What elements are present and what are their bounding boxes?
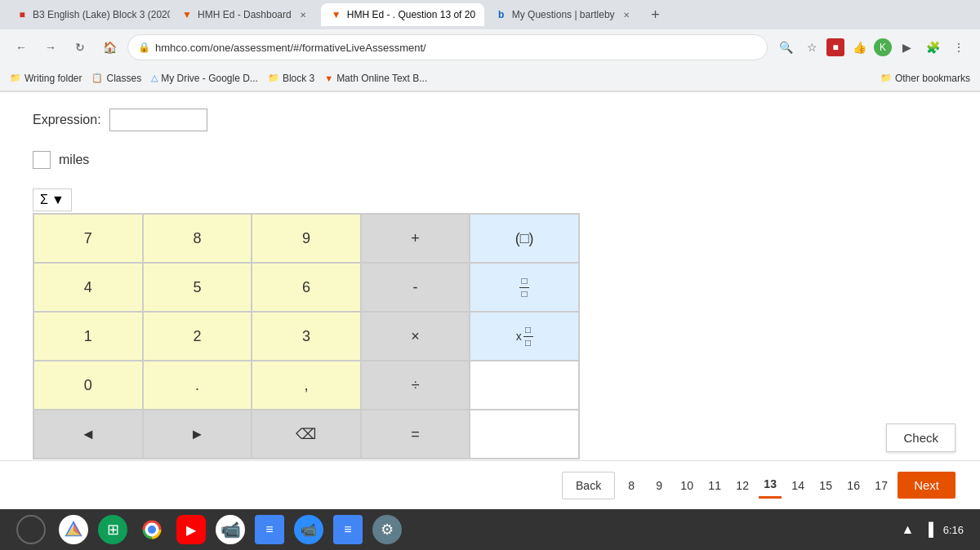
taskbar-chrome[interactable]: [137, 515, 167, 544]
wifi-icon: ▲: [902, 522, 915, 537]
miles-row: miles: [33, 151, 947, 169]
star-icon[interactable]: ☆: [800, 36, 823, 59]
taskbar-settings[interactable]: ⚙: [372, 515, 402, 544]
math-icon: ▼: [324, 73, 333, 83]
key-1[interactable]: 1: [33, 312, 143, 361]
key-backspace[interactable]: ⌫: [252, 410, 361, 459]
settings-icon: ⚙: [381, 521, 394, 539]
tab-4[interactable]: b My Questions | bartleby ✕: [486, 3, 643, 26]
page-14[interactable]: 14: [786, 472, 809, 499]
tab-2[interactable]: ▼ HMH Ed - Dashboard ✕: [172, 3, 319, 26]
extension-icon-play[interactable]: ▶: [895, 36, 918, 59]
key-6[interactable]: 6: [252, 263, 361, 312]
key-minus[interactable]: -: [361, 263, 470, 312]
key-fraction[interactable]: □ □: [470, 263, 579, 312]
back-button[interactable]: Back: [562, 472, 615, 499]
extensions-icon[interactable]: 🧩: [921, 36, 944, 59]
key-3[interactable]: 3: [252, 312, 361, 361]
key-5[interactable]: 5: [143, 263, 252, 312]
key-equals[interactable]: =: [361, 410, 470, 459]
expression-input[interactable]: [109, 109, 207, 131]
sigma-dropdown[interactable]: Σ ▼: [33, 189, 72, 211]
page-13[interactable]: 13: [759, 472, 782, 499]
taskbar-docs-blue[interactable]: ≡: [255, 515, 284, 544]
menu-icon[interactable]: ⋮: [947, 36, 970, 59]
meet-icon: 📹: [220, 520, 241, 539]
other-icon: 📁: [880, 73, 892, 83]
block3-icon: 📁: [268, 73, 279, 83]
bookmark-other-label: Other bookmarks: [895, 73, 970, 84]
taskbar-docs2[interactable]: ≡: [333, 515, 363, 544]
key-decimal[interactable]: .: [143, 361, 252, 410]
key-empty-2: [470, 410, 579, 459]
key-7[interactable]: 7: [33, 214, 143, 263]
extension-icon-k[interactable]: K: [874, 38, 892, 56]
extension-icon-red[interactable]: ■: [826, 38, 844, 56]
tab-4-close[interactable]: ✕: [620, 8, 633, 21]
key-left-arrow[interactable]: ◄: [33, 410, 143, 459]
key-4[interactable]: 4: [33, 263, 143, 312]
key-mixed-number[interactable]: x □ □: [470, 312, 579, 361]
key-0[interactable]: 0: [33, 361, 143, 410]
bookmark-writing-folder[interactable]: 📁 Writing folder: [10, 73, 82, 84]
back-nav-button[interactable]: ←: [10, 36, 33, 59]
page-11[interactable]: 11: [703, 472, 726, 499]
key-parens[interactable]: (□): [470, 214, 579, 263]
key-comma[interactable]: ,: [252, 361, 361, 410]
keypad-header: Σ ▼: [33, 189, 580, 211]
key-multiply[interactable]: ×: [361, 312, 470, 361]
taskbar-meet[interactable]: 📹: [216, 515, 245, 544]
key-divide[interactable]: ÷: [361, 361, 470, 410]
folder-icon: 📁: [10, 73, 21, 83]
browser-chrome: ■ B3 English (Lake) Block 3 (2020- ✕ ▼ H…: [0, 0, 980, 92]
reload-button[interactable]: ↻: [69, 36, 91, 59]
miles-checkbox[interactable]: [33, 151, 51, 169]
extension-icon-thumb[interactable]: 👍: [848, 36, 871, 59]
chrome-os-button[interactable]: [16, 515, 46, 544]
taskbar-sheets[interactable]: ⊞: [98, 515, 127, 544]
bookmarks-bar: 📁 Writing folder 📋 Classes △ My Drive - …: [0, 65, 980, 91]
tab-4-label: My Questions | bartleby: [512, 9, 615, 20]
address-bar[interactable]: 🔒 hmhco.com/one/assessment/#/formativeLi…: [127, 34, 768, 60]
key-9[interactable]: 9: [252, 214, 361, 263]
search-icon[interactable]: 🔍: [774, 36, 797, 59]
check-button[interactable]: Check: [886, 424, 956, 452]
next-button[interactable]: Next: [898, 472, 956, 499]
nav-actions: 🔍 ☆ ■ 👍 K ▶ 🧩 ⋮: [774, 36, 970, 59]
page-17[interactable]: 17: [870, 472, 893, 499]
tab-3[interactable]: ▼ HMH Ed - . Question 13 of 20 ✕: [321, 3, 484, 26]
tab-bar: ■ B3 English (Lake) Block 3 (2020- ✕ ▼ H…: [0, 0, 980, 29]
taskbar-youtube[interactable]: ▶: [176, 515, 206, 544]
tab-1[interactable]: ■ B3 English (Lake) Block 3 (2020- ✕: [7, 3, 170, 26]
forward-nav-button[interactable]: →: [39, 36, 62, 59]
key-right-arrow[interactable]: ►: [143, 410, 252, 459]
page-8[interactable]: 8: [620, 472, 643, 499]
taskbar-apps: ⊞ ▶ 📹 ≡ 📹: [59, 515, 402, 544]
bookmark-classes[interactable]: 📋 Classes: [91, 73, 141, 84]
home-button[interactable]: 🏠: [98, 36, 121, 59]
page-15[interactable]: 15: [814, 472, 837, 499]
bookmark-other[interactable]: 📁 Other bookmarks: [880, 73, 970, 84]
page-16[interactable]: 16: [842, 472, 865, 499]
nav-bar: ← → ↻ 🏠 🔒 hmhco.com/one/assessment/#/for…: [0, 29, 980, 65]
bookmark-math[interactable]: ▼ Math Online Text B...: [324, 73, 427, 84]
page-12[interactable]: 12: [731, 472, 754, 499]
bookmark-block3[interactable]: 📁 Block 3: [268, 73, 314, 84]
bookmark-drive[interactable]: △ My Drive - Google D...: [151, 73, 258, 84]
tab-2-close[interactable]: ✕: [296, 8, 310, 21]
key-plus[interactable]: +: [361, 214, 470, 263]
new-tab-button[interactable]: +: [644, 3, 667, 26]
bookmark-writing-label: Writing folder: [24, 73, 82, 84]
key-8[interactable]: 8: [143, 214, 252, 263]
page-10[interactable]: 10: [675, 472, 698, 499]
expression-row: Expression:: [33, 109, 947, 131]
svg-point-5: [148, 526, 156, 534]
tab-3-close[interactable]: ✕: [480, 8, 484, 21]
key-2[interactable]: 2: [143, 312, 252, 361]
taskbar-zoom[interactable]: 📹: [294, 515, 323, 544]
page-9[interactable]: 9: [648, 472, 670, 499]
expression-label: Expression:: [33, 113, 101, 127]
taskbar-drive[interactable]: [59, 515, 88, 544]
bottom-nav: Back 8 9 10 11 12 13 14 15 16 17 Next: [0, 460, 980, 509]
classes-icon: 📋: [91, 73, 103, 83]
